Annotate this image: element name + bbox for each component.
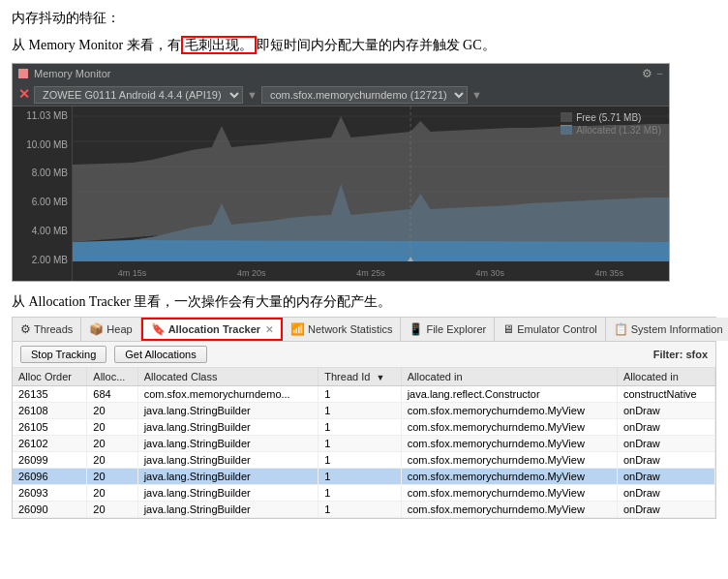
cell-alloc-order: 26135 bbox=[13, 386, 87, 403]
highlight-text: 毛刺出现。 bbox=[181, 36, 257, 54]
cell-thread: 1 bbox=[318, 403, 401, 419]
intro-paragraph-2: 从 Memory Monitor 来看，有毛刺出现。即短时间内分配大量的内存并触… bbox=[12, 35, 716, 56]
alloc-content: Stop Tracking Get Allocations Filter: sf… bbox=[12, 341, 716, 519]
cell-thread: 1 bbox=[318, 386, 401, 403]
x-label-1: 4m 15s bbox=[118, 268, 147, 278]
cell-alloc-order: 26099 bbox=[13, 452, 87, 469]
cell-alloc: 684 bbox=[87, 386, 137, 403]
alloc-table: Alloc Order Alloc... Allocated Class Thr… bbox=[13, 368, 715, 518]
tab-emulator-control[interactable]: 🖥 Emulator Control bbox=[495, 318, 606, 341]
svg-marker-7 bbox=[73, 116, 669, 242]
col-allocated-in-1[interactable]: Allocated in bbox=[401, 368, 617, 386]
table-row[interactable]: 26093 20 java.lang.StringBuilder 1 com.s… bbox=[13, 485, 715, 502]
cell-thread: 1 bbox=[318, 502, 401, 518]
mm-device-select[interactable]: ZOWEE G0111 Android 4.4.4 (API19) bbox=[34, 86, 243, 104]
ddms-tabs-bar: ⚙ Threads 📦 Heap 🔖 Allocation Tracker ✕ … bbox=[12, 317, 716, 341]
tab-file-explorer-label: File Explorer bbox=[426, 323, 486, 335]
col-allocated-in-2[interactable]: Allocated in bbox=[617, 368, 714, 386]
tab-allocation-tracker-label: Allocation Tracker bbox=[168, 323, 260, 335]
threads-icon: ⚙ bbox=[20, 322, 31, 336]
gear-icon[interactable]: ⚙ bbox=[642, 67, 652, 81]
cell-allocated-in-1: com.sfox.memorychurndemo.MyView bbox=[401, 469, 617, 485]
col-alloc[interactable]: Alloc... bbox=[87, 368, 137, 386]
mm-app-arrow-icon: ▼ bbox=[471, 89, 482, 101]
cell-allocated-in-1: com.sfox.memorychurndemo.MyView bbox=[401, 485, 617, 502]
tab-heap-label: Heap bbox=[106, 323, 132, 335]
y-label-1: 11.03 MB bbox=[16, 110, 68, 121]
emulator-icon: 🖥 bbox=[502, 322, 514, 336]
cell-allocated-in-1: com.sfox.memorychurndemo.MyView bbox=[401, 403, 617, 419]
table-row[interactable]: 26102 20 java.lang.StringBuilder 1 com.s… bbox=[13, 436, 715, 452]
mm-toolbar: ✕ ZOWEE G0111 Android 4.4.4 (API19) ▼ co… bbox=[13, 84, 669, 107]
allocation-tracker-icon: 🔖 bbox=[151, 322, 166, 336]
tab-allocation-tracker[interactable]: 🔖 Allocation Tracker ✕ bbox=[141, 318, 283, 341]
tab-heap[interactable]: 📦 Heap bbox=[81, 318, 140, 341]
cell-allocated-in-2: onDraw bbox=[617, 502, 714, 518]
minimize-icon[interactable]: − bbox=[656, 67, 663, 81]
cell-allocated-in-1: com.sfox.memorychurndemo.MyView bbox=[401, 419, 617, 436]
cell-thread: 1 bbox=[318, 436, 401, 452]
cell-alloc: 20 bbox=[87, 419, 137, 436]
cell-alloc-order: 26096 bbox=[13, 469, 87, 485]
x-label-3: 4m 25s bbox=[356, 268, 385, 278]
table-row[interactable]: 26099 20 java.lang.StringBuilder 1 com.s… bbox=[13, 452, 715, 469]
cell-alloc-order: 26093 bbox=[13, 485, 87, 502]
cell-allocated-in-2: onDraw bbox=[617, 419, 714, 436]
network-icon: 📶 bbox=[290, 322, 305, 336]
cell-allocated-in-1: com.sfox.memorychurndemo.MyView bbox=[401, 502, 617, 518]
x-label-4: 4m 30s bbox=[475, 268, 504, 278]
mm-chart-svg bbox=[73, 107, 669, 261]
mm-titlebar: Memory Monitor ⚙ − bbox=[13, 64, 669, 84]
section-label: 从 Allocation Tracker 里看，一次操作会有大量的内存分配产生。 bbox=[12, 291, 716, 313]
mm-y-axis: 11.03 MB 10.00 MB 8.00 MB 6.00 MB 4.00 M… bbox=[13, 107, 73, 281]
cell-allocated-in-2: onDraw bbox=[617, 469, 714, 485]
mm-red-x-icon[interactable]: ✕ bbox=[18, 86, 30, 103]
mm-app-select[interactable]: com.sfox.memorychurndemo (12721) bbox=[261, 86, 468, 104]
table-row[interactable]: 26135 684 com.sfox.memorychurndemo... 1 … bbox=[13, 386, 715, 403]
table-header-row: Alloc Order Alloc... Allocated Class Thr… bbox=[13, 368, 715, 386]
get-allocations-button[interactable]: Get Allocations bbox=[114, 346, 206, 363]
memory-monitor-window: Memory Monitor ⚙ − ✕ ZOWEE G0111 Android… bbox=[12, 63, 670, 282]
table-row[interactable]: 26090 20 java.lang.StringBuilder 1 com.s… bbox=[13, 502, 715, 518]
y-label-2: 10.00 MB bbox=[16, 139, 68, 150]
y-label-5: 4.00 MB bbox=[16, 226, 68, 236]
mm-x-axis: 4m 15s 4m 20s 4m 25s 4m 30s 4m 35s bbox=[73, 265, 669, 281]
cell-thread: 1 bbox=[318, 469, 401, 485]
table-row[interactable]: 26096 20 java.lang.StringBuilder 1 com.s… bbox=[13, 469, 715, 485]
cell-alloc-order: 26105 bbox=[13, 419, 87, 436]
y-label-3: 8.00 MB bbox=[16, 168, 68, 178]
tab-system-information[interactable]: 📋 System Information bbox=[606, 318, 728, 341]
col-alloc-order[interactable]: Alloc Order bbox=[13, 368, 87, 386]
table-row[interactable]: 26105 20 java.lang.StringBuilder 1 com.s… bbox=[13, 419, 715, 436]
tab-close-icon[interactable]: ✕ bbox=[265, 324, 273, 335]
col-class[interactable]: Allocated Class bbox=[137, 368, 318, 386]
cell-allocated-in-1: com.sfox.memorychurndemo.MyView bbox=[401, 436, 617, 452]
stop-tracking-button[interactable]: Stop Tracking bbox=[20, 346, 106, 363]
x-label-2: 4m 20s bbox=[237, 268, 266, 278]
cell-alloc: 20 bbox=[87, 502, 137, 518]
cell-thread: 1 bbox=[318, 452, 401, 469]
x-label-5: 4m 35s bbox=[595, 268, 624, 278]
sort-arrow-icon: ▼ bbox=[376, 373, 384, 382]
tab-network-statistics[interactable]: 📶 Network Statistics bbox=[283, 318, 401, 341]
col-thread[interactable]: Thread Id ▼ bbox=[318, 368, 401, 386]
cell-class: java.lang.StringBuilder bbox=[137, 436, 318, 452]
cell-thread: 1 bbox=[318, 419, 401, 436]
mm-window-icon bbox=[18, 69, 28, 78]
cell-allocated-in-2: constructNative bbox=[617, 386, 714, 403]
cell-class: com.sfox.memorychurndemo... bbox=[137, 386, 318, 403]
cell-allocated-in-1: java.lang.reflect.Constructor bbox=[401, 386, 617, 403]
mm-titlebar-right: ⚙ − bbox=[642, 67, 663, 81]
cell-alloc: 20 bbox=[87, 485, 137, 502]
tab-threads[interactable]: ⚙ Threads bbox=[13, 318, 81, 341]
cell-allocated-in-2: onDraw bbox=[617, 403, 714, 419]
tab-emulator-label: Emulator Control bbox=[517, 323, 597, 335]
table-row[interactable]: 26108 20 java.lang.StringBuilder 1 com.s… bbox=[13, 403, 715, 419]
cell-class: java.lang.StringBuilder bbox=[137, 452, 318, 469]
intro-text-3: 即短时间内分配大量的内存并触发 GC。 bbox=[257, 38, 496, 52]
cell-class: java.lang.StringBuilder bbox=[137, 403, 318, 419]
mm-titlebar-left: Memory Monitor bbox=[18, 68, 110, 79]
cell-thread: 1 bbox=[318, 485, 401, 502]
cell-alloc: 20 bbox=[87, 452, 137, 469]
tab-file-explorer[interactable]: 📱 File Explorer bbox=[401, 318, 495, 341]
